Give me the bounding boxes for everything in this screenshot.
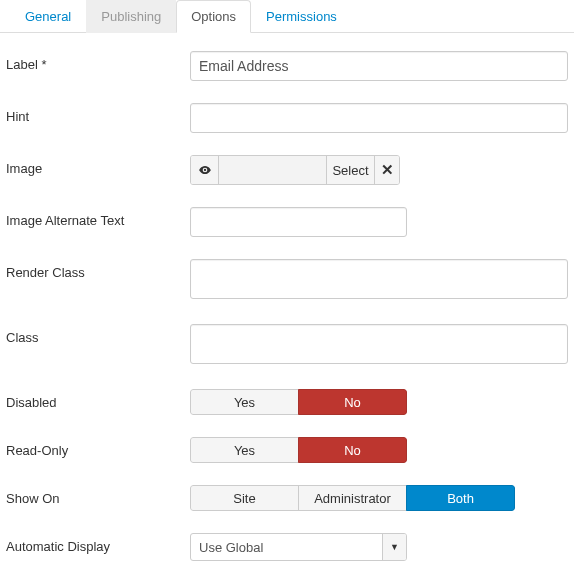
image-path-input[interactable] xyxy=(219,156,327,184)
image-label: Image xyxy=(6,155,190,176)
label-input[interactable] xyxy=(190,51,568,81)
render-class-input[interactable] xyxy=(190,259,568,299)
tab-general[interactable]: General xyxy=(10,0,86,33)
tab-options[interactable]: Options xyxy=(176,0,251,33)
auto-display-label: Automatic Display xyxy=(6,533,190,554)
image-alt-input[interactable] xyxy=(190,207,407,237)
preview-icon[interactable] xyxy=(191,156,219,184)
tab-publishing[interactable]: Publishing xyxy=(86,0,176,33)
showon-site-button[interactable]: Site xyxy=(190,485,299,511)
render-class-label: Render Class xyxy=(6,259,190,280)
disabled-label: Disabled xyxy=(6,389,190,410)
class-label: Class xyxy=(6,324,190,345)
image-clear-button[interactable]: ✕ xyxy=(375,156,399,184)
readonly-no-button[interactable]: No xyxy=(298,437,407,463)
chevron-down-icon: ▼ xyxy=(382,534,406,560)
label-label: Label * xyxy=(6,51,190,72)
disabled-no-button[interactable]: No xyxy=(298,389,407,415)
options-form: Label * Hint Image Select ✕ Image A xyxy=(0,33,574,563)
auto-display-select[interactable]: Use Global ▼ xyxy=(190,533,407,561)
readonly-yes-button[interactable]: Yes xyxy=(190,437,299,463)
showon-label: Show On xyxy=(6,485,190,506)
tabs: General Publishing Options Permissions xyxy=(0,0,574,33)
readonly-label: Read-Only xyxy=(6,437,190,458)
disabled-toggle: Yes No xyxy=(190,389,407,415)
showon-admin-button[interactable]: Administrator xyxy=(298,485,407,511)
readonly-toggle: Yes No xyxy=(190,437,407,463)
image-picker: Select ✕ xyxy=(190,155,400,185)
auto-display-value: Use Global xyxy=(191,534,382,560)
image-alt-label: Image Alternate Text xyxy=(6,207,190,228)
tab-permissions[interactable]: Permissions xyxy=(251,0,352,33)
showon-toggle: Site Administrator Both xyxy=(190,485,515,511)
class-input[interactable] xyxy=(190,324,568,364)
showon-both-button[interactable]: Both xyxy=(406,485,515,511)
hint-input[interactable] xyxy=(190,103,568,133)
close-icon: ✕ xyxy=(381,161,394,179)
image-select-button[interactable]: Select xyxy=(327,156,375,184)
disabled-yes-button[interactable]: Yes xyxy=(190,389,299,415)
hint-label: Hint xyxy=(6,103,190,124)
